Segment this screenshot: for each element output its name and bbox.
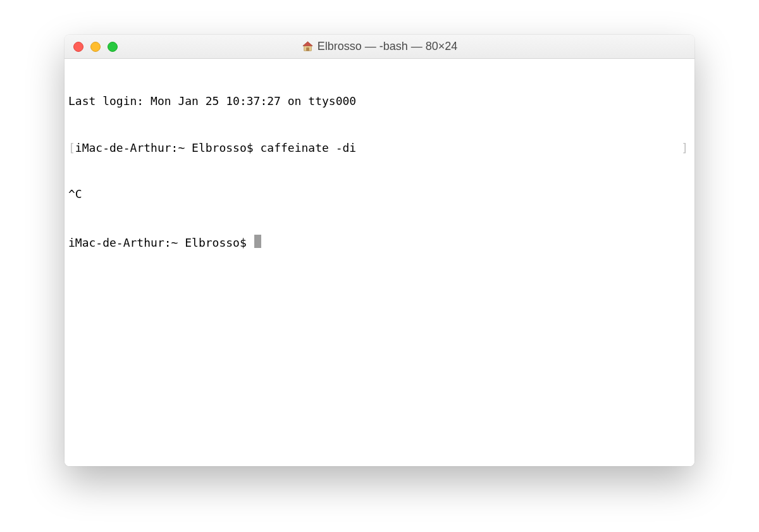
prompt-text: iMac-de-Arthur:~ Elbrosso$ xyxy=(75,140,261,156)
close-button[interactable] xyxy=(73,42,83,52)
home-folder-icon xyxy=(302,40,314,53)
prompt-text: iMac-de-Arthur:~ Elbrosso$ xyxy=(68,235,254,251)
zoom-button[interactable] xyxy=(108,42,118,52)
prompt-right-bracket: ] xyxy=(681,140,688,156)
terminal-cursor xyxy=(254,235,261,248)
terminal-window: Elbrosso — -bash — 80×24 Last login: Mon… xyxy=(65,35,694,466)
terminal-line-last-login: Last login: Mon Jan 25 10:37:27 on ttys0… xyxy=(68,94,691,109)
terminal-line-prompt-2: iMac-de-Arthur:~ Elbrosso$ xyxy=(68,233,691,251)
terminal-content[interactable]: Last login: Mon Jan 25 10:37:27 on ttys0… xyxy=(65,59,694,466)
traffic-lights xyxy=(65,42,118,52)
window-title-area: Elbrosso — -bash — 80×24 xyxy=(65,40,694,53)
terminal-line-interrupt: ^C xyxy=(68,187,691,202)
command-input: caffeinate -di xyxy=(260,140,356,156)
terminal-line-prompt-1: [iMac-de-Arthur:~ Elbrosso$ caffeinate -… xyxy=(68,140,691,156)
prompt-left-bracket: [ xyxy=(68,140,75,156)
titlebar[interactable]: Elbrosso — -bash — 80×24 xyxy=(65,35,694,59)
minimize-button[interactable] xyxy=(90,42,101,52)
window-title: Elbrosso — -bash — 80×24 xyxy=(318,40,458,53)
